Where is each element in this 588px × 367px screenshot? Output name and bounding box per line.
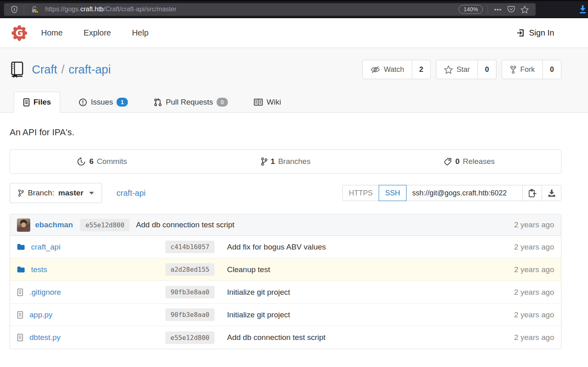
entry-commit-hash[interactable]: 90fb3e8aa0 xyxy=(165,286,215,298)
gogs-logo-icon[interactable]: G xyxy=(11,25,27,41)
bookmark-star-icon[interactable] xyxy=(521,6,529,13)
fork-button[interactable]: Fork xyxy=(502,60,542,79)
sign-in-label: Sign In xyxy=(529,28,554,38)
entry-commit-message[interactable]: Initialize git project xyxy=(227,288,290,296)
star-count[interactable]: 0 xyxy=(477,60,496,79)
tab-wiki[interactable]: Wiki xyxy=(250,92,285,112)
entry-commit-message[interactable]: Add db connection test script xyxy=(227,333,325,342)
page-actions-icon[interactable]: ••• xyxy=(494,6,502,13)
pull-request-icon xyxy=(154,98,162,107)
entry-name-link[interactable]: .gitignore xyxy=(29,288,61,297)
clone-url-input[interactable] xyxy=(407,185,523,201)
address-bar[interactable]: https://gogs.craft.htb/Craft/craft-api/s… xyxy=(4,3,536,16)
downloads-indicator-icon[interactable] xyxy=(578,4,587,14)
insecure-lock-warning-icon[interactable] xyxy=(30,6,39,13)
repo-root-link[interactable]: craft-api xyxy=(117,189,146,198)
chevron-down-icon xyxy=(89,192,94,195)
entry-commit-hash[interactable]: a2d28ed155 xyxy=(165,263,215,276)
tracking-protection-shield-icon[interactable] xyxy=(11,6,18,13)
commits-count: 6 xyxy=(89,157,94,166)
divider xyxy=(488,5,488,13)
entry-commit-hash[interactable]: 90fb3e8aa0 xyxy=(165,308,215,321)
entry-commit-message[interactable]: Add fix for bogus ABV values xyxy=(227,243,326,251)
file-icon xyxy=(17,288,23,296)
fork-label: Fork xyxy=(520,65,535,74)
eye-slash-icon xyxy=(370,66,380,73)
nav-item-help[interactable]: Help xyxy=(132,28,148,38)
copy-clone-url-button[interactable] xyxy=(522,185,542,201)
entry-commit-hash[interactable]: e55e12d800 xyxy=(165,331,215,344)
branch-selector[interactable]: Branch: master xyxy=(10,183,102,203)
entry-time: 2 years ago xyxy=(514,333,554,342)
zoom-level-badge[interactable]: 140% xyxy=(459,5,483,14)
tab-files[interactable]: Files xyxy=(14,92,60,113)
table-row: tests a2d28ed155 Cleanup test 2 years ag… xyxy=(10,258,561,281)
branches-stat[interactable]: 1 Branches xyxy=(194,150,377,173)
file-table: ebachman e55e12d800 Add db connection te… xyxy=(10,214,561,349)
entry-name-link[interactable]: dbtest.py xyxy=(29,333,60,342)
star-button[interactable]: Star xyxy=(436,60,477,79)
file-icon xyxy=(17,333,23,342)
commit-author-link[interactable]: ebachman xyxy=(35,220,73,229)
branch-label: Branch: xyxy=(28,189,54,197)
nav-item-home[interactable]: Home xyxy=(41,28,63,38)
releases-stat[interactable]: 0 Releases xyxy=(377,150,561,173)
repo-description: An API for IPA's. xyxy=(10,127,561,138)
url-scheme: https:// xyxy=(45,6,65,13)
wiki-book-icon xyxy=(254,98,263,106)
repo-title-row: Craft/craft-api Watch 2 xyxy=(10,59,561,80)
nav-links: Home Explore Help xyxy=(41,28,148,38)
commits-stat[interactable]: 6 Commits xyxy=(10,150,194,173)
entry-name-link[interactable]: app.py xyxy=(29,310,52,319)
tag-icon xyxy=(444,157,452,166)
sign-in-button[interactable]: Sign In xyxy=(517,28,554,38)
repo-name-link[interactable]: craft-api xyxy=(69,63,111,76)
https-protocol-button[interactable]: HTTPS xyxy=(342,185,379,201)
divider xyxy=(24,5,24,13)
repo-actions: Watch 2 Star 0 xyxy=(362,60,561,79)
table-row: .gitignore 90fb3e8aa0 Initialize git pro… xyxy=(10,281,561,304)
branches-label: Branches xyxy=(278,157,311,166)
url-subdomain: gogs. xyxy=(65,6,80,13)
fork-count[interactable]: 0 xyxy=(542,60,561,79)
releases-count: 0 xyxy=(455,157,460,166)
site-navbar: G Home Explore Help Sign In xyxy=(0,18,588,48)
commit-message[interactable]: Add db connection test script xyxy=(136,220,234,229)
releases-label: Releases xyxy=(463,157,495,166)
repo-owner-link[interactable]: Craft xyxy=(32,63,57,76)
tab-pull-requests[interactable]: Pull Requests 0 xyxy=(150,92,232,112)
file-icon xyxy=(23,98,30,107)
latest-commit-row: ebachman e55e12d800 Add db connection te… xyxy=(10,214,561,236)
fork-button-group: Fork 0 xyxy=(502,60,561,79)
entry-time: 2 years ago xyxy=(514,288,554,297)
tab-files-label: Files xyxy=(33,98,51,107)
sign-in-icon xyxy=(517,29,525,37)
download-archive-button[interactable] xyxy=(542,185,561,201)
entry-name-link[interactable]: tests xyxy=(31,265,47,274)
watch-count[interactable]: 2 xyxy=(412,60,430,79)
pull-requests-count-badge: 0 xyxy=(217,98,228,107)
branch-name: master xyxy=(58,189,83,197)
repo-book-icon xyxy=(10,61,25,78)
avatar[interactable] xyxy=(17,218,30,232)
repo-tabs: Files Issues 1 Pull Requests 0 Wiki xyxy=(0,92,588,113)
ssh-protocol-button[interactable]: SSH xyxy=(379,185,407,201)
issues-count-badge: 1 xyxy=(117,98,128,107)
star-icon xyxy=(444,65,453,74)
entry-commit-message[interactable]: Cleanup test xyxy=(227,265,270,274)
branch-icon xyxy=(18,189,24,197)
url-text[interactable]: https://gogs.craft.htb/Craft/craft-api/s… xyxy=(45,6,459,13)
entry-name-link[interactable]: craft_api xyxy=(31,243,60,252)
repo-stats-bar: 6 Commits 1 Branches 0 Releases xyxy=(10,149,561,174)
nav-item-explore[interactable]: Explore xyxy=(83,28,111,38)
entry-commit-hash[interactable]: c414b16057 xyxy=(165,241,215,253)
repo-breadcrumb: Craft/craft-api xyxy=(32,63,111,76)
branch-icon xyxy=(261,157,267,166)
entry-commit-message[interactable]: Initialize git project xyxy=(227,310,290,319)
tab-issues[interactable]: Issues 1 xyxy=(75,92,132,112)
url-path: /Craft/craft-api/src/master xyxy=(104,6,176,13)
watch-button[interactable]: Watch xyxy=(363,60,412,79)
commit-hash-badge[interactable]: e55e12d800 xyxy=(80,219,129,231)
pocket-icon[interactable] xyxy=(507,6,515,13)
svg-text:G: G xyxy=(16,28,23,38)
